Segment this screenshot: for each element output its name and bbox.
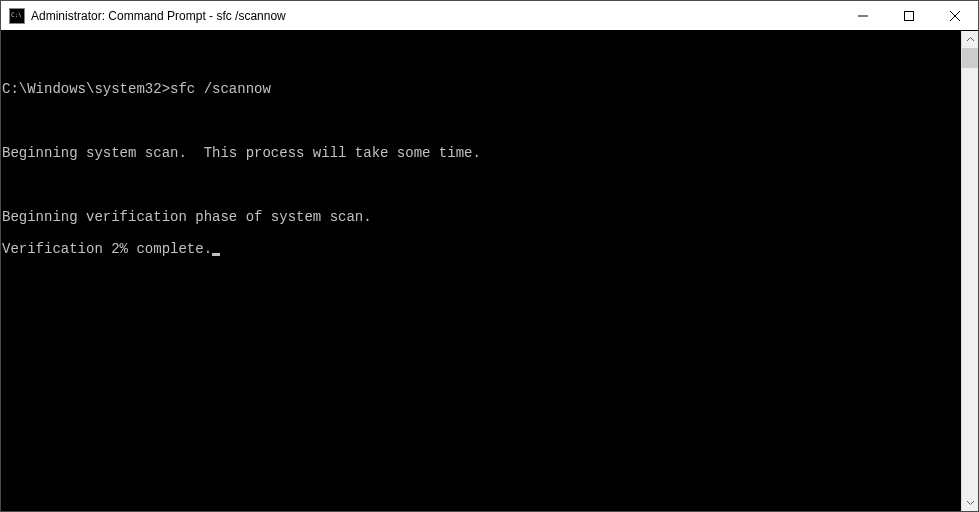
- command-text: sfc /scannow: [170, 81, 271, 97]
- vertical-scrollbar[interactable]: [961, 31, 978, 511]
- terminal-line: [2, 113, 961, 129]
- prompt-text: C:\Windows\system32>: [2, 81, 170, 97]
- scroll-up-button[interactable]: [962, 31, 978, 48]
- command-prompt-window: C:\ Administrator: Command Prompt - sfc …: [0, 0, 979, 512]
- progress-text: Verification 2% complete.: [2, 241, 212, 257]
- titlebar[interactable]: C:\ Administrator: Command Prompt - sfc …: [1, 1, 978, 31]
- svg-text:C:\: C:\: [11, 11, 22, 18]
- window-controls: [840, 1, 978, 30]
- cursor: [212, 253, 220, 256]
- client-area: C:\Windows\system32>sfc /scannow Beginni…: [1, 31, 978, 511]
- window-title: Administrator: Command Prompt - sfc /sca…: [31, 9, 840, 23]
- close-button[interactable]: [932, 1, 978, 30]
- terminal-line: Beginning verification phase of system s…: [2, 209, 961, 225]
- svg-rect-4: [905, 11, 914, 20]
- terminal-line: Beginning system scan. This process will…: [2, 145, 961, 161]
- terminal-line: Verification 2% complete.: [2, 241, 961, 257]
- minimize-button[interactable]: [840, 1, 886, 30]
- terminal-line: C:\Windows\system32>sfc /scannow: [2, 81, 961, 97]
- maximize-button[interactable]: [886, 1, 932, 30]
- terminal-output[interactable]: C:\Windows\system32>sfc /scannow Beginni…: [1, 31, 961, 511]
- scroll-thumb[interactable]: [962, 48, 978, 68]
- cmd-icon: C:\: [9, 8, 25, 24]
- scroll-down-button[interactable]: [962, 494, 978, 511]
- terminal-line: [2, 49, 961, 65]
- terminal-line: [2, 177, 961, 193]
- scroll-track[interactable]: [962, 48, 978, 494]
